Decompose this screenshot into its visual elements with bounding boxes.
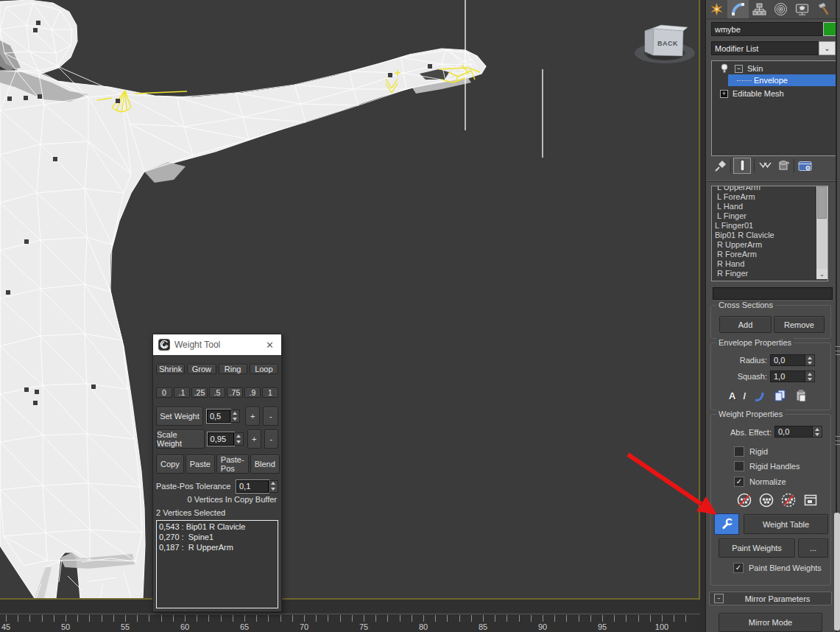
scrollbar-thumb[interactable] — [817, 186, 827, 219]
rigid-checkbox[interactable] — [734, 446, 744, 457]
selection-button[interactable]: Grow — [187, 364, 216, 374]
scrollbar-down-arrow[interactable]: ⌄ — [816, 269, 827, 279]
vertex-weight-entry[interactable]: 0,543 : Bip01 R Clavicle — [159, 522, 275, 532]
stack-item-envelope[interactable]: Envelope — [712, 74, 836, 86]
scale-weight-spinner[interactable] — [234, 432, 244, 446]
normalize-checkbox[interactable]: ✓ — [734, 477, 744, 487]
timeline-ruler[interactable]: 4550556065707580859095100 — [0, 600, 700, 632]
set-weight-field[interactable]: 0,5 — [207, 410, 230, 423]
bone-list-item[interactable]: Bip01 R Clavicle — [712, 231, 827, 240]
object-name-field[interactable]: wmybe — [711, 22, 826, 36]
tolerance-spinner[interactable] — [269, 480, 278, 493]
selection-button[interactable]: Shrink — [156, 364, 185, 374]
weight-tool-toggle-button[interactable] — [714, 513, 739, 535]
copy-envelope-icon[interactable] — [773, 389, 787, 402]
copy-paste-button[interactable]: Blend — [250, 454, 280, 474]
falloff-icon[interactable]: / — [743, 390, 746, 401]
pin-stack-icon[interactable] — [713, 158, 728, 173]
configure-modifier-sets-icon[interactable] — [797, 158, 813, 173]
bone-search-field[interactable] — [713, 287, 833, 300]
bone-list-scrollbar[interactable]: ⌄ — [816, 186, 827, 279]
tab-hierarchy[interactable] — [749, 0, 770, 18]
panel-scrollbar-thumb[interactable] — [834, 513, 840, 631]
copy-paste-button[interactable]: Paste — [186, 454, 215, 474]
scale-weight-field[interactable]: 0,95 — [208, 432, 234, 446]
exclude-vertices-icon[interactable] — [736, 492, 752, 508]
set-weight-button[interactable]: Set Weight — [156, 407, 203, 426]
modifier-list-dropdown-arrow[interactable]: ⌄ — [819, 41, 836, 55]
weight-preset-button[interactable]: .25 — [191, 387, 208, 398]
copy-paste-button[interactable]: Copy — [156, 454, 184, 474]
stack-item-skin[interactable]: − Skin — [712, 63, 836, 74]
bone-list-item[interactable]: L Finger — [712, 211, 827, 221]
weight-preset-button[interactable]: .5 — [209, 387, 225, 398]
abs-effect-spinner[interactable] — [813, 426, 822, 438]
scale-down-button[interactable]: - — [264, 429, 278, 449]
tolerance-field[interactable]: 0,1 — [236, 480, 269, 493]
squash-spinner[interactable] — [805, 371, 815, 382]
expand-plus-box[interactable]: + — [720, 90, 728, 98]
copy-paste-button[interactable]: Paste-Pos — [216, 454, 249, 474]
abs-effect-field[interactable]: 0,0 — [774, 426, 813, 438]
rollout-collapse-icon[interactable]: - — [714, 594, 724, 603]
paste-envelope-icon[interactable] — [794, 389, 808, 403]
radius-spinner[interactable] — [805, 354, 815, 366]
bone-list-item[interactable]: L ForeArm — [712, 192, 827, 202]
weight-preset-button[interactable]: .9 — [244, 387, 261, 398]
bone-list[interactable]: L UpperArm L ForeArm L Hand L FingerL Fi… — [711, 186, 828, 281]
paint-weights-button[interactable]: Paint Weights — [719, 538, 795, 558]
absolute-effect-icon[interactable]: A — [729, 390, 735, 401]
remove-cross-section-button[interactable]: Remove — [774, 316, 825, 333]
weight-preset-button[interactable]: .75 — [227, 387, 243, 398]
weight-preset-button[interactable]: 1 — [262, 387, 278, 398]
tab-display[interactable] — [791, 0, 813, 18]
weight-tool-dialog[interactable]: Weight Tool ✕ ShrinkGrowRingLoop 0.1.25.… — [152, 334, 282, 612]
collapse-minus-box[interactable]: − — [735, 65, 743, 73]
weight-preset-button[interactable]: .1 — [174, 387, 190, 398]
bone-list-item[interactable]: L Hand — [712, 202, 827, 211]
radius-field[interactable]: 0,0 — [770, 354, 805, 366]
set-weight-spinner[interactable] — [230, 410, 240, 423]
bone-list-item[interactable]: R Hand — [712, 259, 827, 269]
scale-up-button[interactable]: + — [247, 429, 261, 449]
tab-utilities[interactable] — [813, 0, 834, 18]
selection-button[interactable]: Ring — [219, 364, 247, 374]
mirror-parameters-rollout[interactable]: - Mirror Parameters — [709, 591, 832, 605]
weight-preset-button[interactable]: 0 — [156, 387, 172, 398]
vertex-weight-entry[interactable]: 0,187 : R UpperArm — [159, 542, 275, 552]
scale-weight-button[interactable]: Scale Weight — [156, 429, 205, 449]
tab-modify[interactable] — [727, 0, 749, 18]
bone-list-item[interactable]: L UpperArm — [712, 186, 827, 192]
show-end-result-button[interactable] — [733, 158, 751, 174]
bone-list-item[interactable]: R UpperArm — [712, 240, 827, 250]
vertex-weight-entry[interactable]: 0,270 : Spine1 — [159, 532, 275, 542]
select-excluded-vertices-icon[interactable] — [780, 492, 797, 508]
selection-button[interactable]: Loop — [250, 364, 278, 374]
weight-table-button[interactable]: Weight Table — [744, 514, 828, 534]
paint-blend-weights-checkbox[interactable]: ✓ — [733, 563, 744, 573]
panel-resize-grip[interactable] — [836, 436, 840, 445]
tab-motion[interactable] — [770, 0, 791, 18]
mirror-mode-button[interactable]: Mirror Mode — [719, 613, 822, 632]
viewport-back[interactable]: BACK — [0, 0, 700, 600]
add-cross-section-button[interactable]: Add — [719, 316, 772, 333]
squash-field[interactable]: 1,0 — [770, 371, 805, 382]
stack-item-editable-mesh[interactable]: + Editable Mesh — [712, 88, 836, 99]
close-icon[interactable]: ✕ — [264, 340, 276, 351]
include-vertices-icon[interactable] — [758, 492, 774, 508]
make-unique-icon[interactable] — [758, 158, 773, 173]
bake-selected-vertices-icon[interactable] — [802, 492, 819, 508]
vertex-weights-list[interactable]: 0,543 : Bip01 R Clavicle0,270 : Spine10,… — [156, 520, 278, 608]
view-cube[interactable]: BACK — [635, 25, 695, 63]
envelope-curve-icon[interactable] — [753, 389, 766, 402]
modifier-list-dropdown[interactable]: Modifier List — [711, 41, 822, 55]
bone-list-item[interactable]: R Finger — [712, 269, 827, 278]
subtract-weight-button[interactable]: - — [263, 407, 278, 426]
visibility-bulb-icon[interactable] — [720, 63, 729, 74]
rigid-handles-checkbox[interactable] — [734, 461, 744, 471]
add-weight-button[interactable]: + — [245, 407, 261, 426]
tab-create[interactable] — [706, 0, 727, 18]
remove-modifier-icon[interactable] — [776, 158, 791, 173]
weight-tool-titlebar[interactable]: Weight Tool ✕ — [153, 334, 281, 355]
paint-options-button[interactable]: ... — [798, 538, 828, 558]
